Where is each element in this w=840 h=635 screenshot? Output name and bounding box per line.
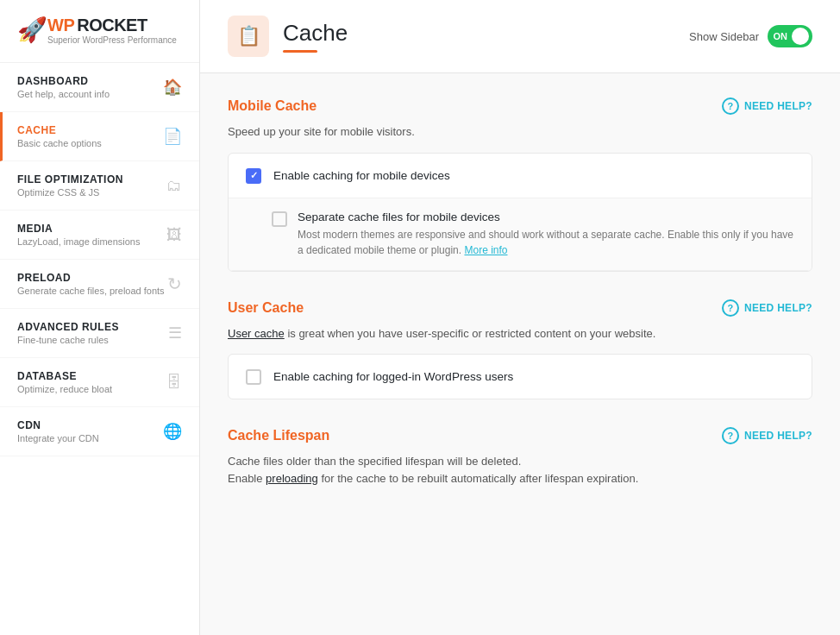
- preloading-link[interactable]: preloading: [266, 472, 318, 485]
- file-optimization-icon: 🗂: [166, 177, 182, 195]
- nav-title-dashboard: DASHBOARD: [17, 75, 110, 87]
- user-cache-need-help[interactable]: ? NEED HELP?: [722, 299, 812, 317]
- nav-title-media: MEDIA: [17, 223, 140, 235]
- rocket-icon: 🚀: [17, 18, 47, 42]
- settings-content: Mobile Cache ? NEED HELP? Speed up your …: [200, 73, 840, 635]
- nav-subtitle-media: LazyLoad, image dimensions: [17, 236, 140, 247]
- logo-words: WP ROCKET Superior WordPress Performance: [47, 16, 177, 45]
- enable-mobile-caching-row: Enable caching for mobile devices: [229, 154, 812, 198]
- page-icon: 📋: [228, 16, 269, 57]
- enable-logged-in-caching-label: Enable caching for logged-in WordPress u…: [273, 370, 513, 383]
- cache-icon: 📄: [163, 127, 182, 146]
- nav-title-cache: CACHE: [17, 124, 102, 136]
- enable-mobile-caching-checkbox[interactable]: [246, 168, 261, 184]
- user-cache-title: User Cache: [228, 300, 304, 316]
- nav-content-dashboard: DASHBOARD Get help, account info: [17, 75, 110, 99]
- page-title-area: 📋 Cache: [228, 16, 348, 57]
- page-title: Cache: [283, 20, 348, 47]
- mobile-cache-section-header: Mobile Cache ? NEED HELP?: [228, 97, 812, 115]
- separate-mobile-cache-row: Separate cache files for mobile devices …: [272, 211, 794, 258]
- sidebar-item-database[interactable]: DATABASE Optimize, reduce bloat 🗄: [0, 358, 199, 407]
- show-sidebar-label: Show Sidebar: [689, 30, 759, 43]
- preload-icon: ↻: [167, 273, 182, 294]
- sidebar-item-media[interactable]: MEDIA LazyLoad, image dimensions 🖼: [0, 211, 199, 260]
- media-icon: 🖼: [166, 226, 182, 244]
- nav-title-advanced-rules: ADVANCED RULES: [17, 321, 119, 333]
- separate-mobile-cache-note: Most modern themes are responsive and sh…: [298, 227, 794, 258]
- show-sidebar-toggle[interactable]: ON: [768, 25, 812, 47]
- help-icon-cache-lifespan: ?: [722, 427, 739, 444]
- sidebar-item-cdn[interactable]: CDN Integrate your CDN 🌐: [0, 407, 199, 456]
- page-title-block: Cache: [283, 20, 348, 53]
- cache-lifespan-need-help-label: NEED HELP?: [744, 430, 812, 442]
- toggle-knob: [792, 28, 809, 45]
- help-icon-mobile-cache: ?: [722, 97, 739, 115]
- nav-subtitle-advanced-rules: Fine-tune cache rules: [17, 335, 119, 345]
- cache-lifespan-section-header: Cache Lifespan ? NEED HELP?: [228, 427, 812, 444]
- mobile-cache-need-help[interactable]: ? NEED HELP?: [722, 97, 812, 115]
- logo-rocket: ROCKET: [77, 16, 147, 35]
- sidebar: 🚀 WP ROCKET Superior WordPress Performan…: [0, 0, 200, 635]
- logo-area: 🚀 WP ROCKET Superior WordPress Performan…: [0, 0, 199, 63]
- cache-lifespan-section: Cache Lifespan ? NEED HELP? Cache files …: [228, 427, 812, 487]
- user-cache-description: User cache is great when you have user-s…: [228, 325, 812, 343]
- nav-content-preload: PRELOAD Generate cache files, preload fo…: [17, 272, 165, 296]
- separate-mobile-cache-more-info[interactable]: More info: [464, 244, 507, 256]
- user-cache-link[interactable]: User cache: [228, 327, 285, 340]
- nav-subtitle-cache: Basic cache options: [17, 138, 102, 148]
- home-icon: 🏠: [163, 78, 182, 97]
- mobile-cache-options-card: Enable caching for mobile devices Separa…: [228, 153, 812, 272]
- nav-title-database: DATABASE: [17, 370, 112, 382]
- sidebar-item-dashboard[interactable]: DASHBOARD Get help, account info 🏠: [0, 63, 199, 112]
- mobile-cache-description: Speed up your site for mobile visitors.: [228, 123, 812, 141]
- nav-content-advanced-rules: ADVANCED RULES Fine-tune cache rules: [17, 321, 119, 345]
- mobile-cache-title: Mobile Cache: [228, 98, 317, 114]
- nav-subtitle-database: Optimize, reduce bloat: [17, 384, 112, 394]
- cache-page-icon: 📋: [237, 25, 260, 47]
- cache-lifespan-desc-1: Cache files older than the specified lif…: [228, 455, 521, 468]
- nav-content-cache: CACHE Basic cache options: [17, 124, 102, 148]
- enable-logged-in-caching-row: Enable caching for logged-in WordPress u…: [229, 355, 812, 399]
- show-sidebar-area: Show Sidebar ON: [689, 25, 812, 47]
- main-content: 📋 Cache Show Sidebar ON Mobile Cache ? N…: [200, 0, 840, 635]
- enable-mobile-caching-label: Enable caching for mobile devices: [273, 169, 450, 182]
- nav-title-file-optimization: FILE OPTIMIZATION: [17, 173, 123, 185]
- cache-lifespan-desc-3: for the cache to be rebuilt automaticall…: [321, 472, 638, 485]
- user-cache-desc-rest: is great when you have user-specific or …: [287, 327, 655, 340]
- nav-content-database: DATABASE Optimize, reduce bloat: [17, 370, 112, 394]
- separate-mobile-cache-label: Separate cache files for mobile devices: [298, 211, 794, 223]
- nav-content-cdn: CDN Integrate your CDN: [17, 419, 99, 443]
- nav-title-preload: PRELOAD: [17, 272, 165, 284]
- help-icon-user-cache: ?: [722, 299, 739, 317]
- cache-lifespan-need-help[interactable]: ? NEED HELP?: [722, 427, 812, 444]
- cache-lifespan-description: Cache files older than the specified lif…: [228, 453, 812, 487]
- database-icon: 🗄: [166, 374, 182, 392]
- logo-wp: WP: [47, 16, 74, 35]
- sidebar-item-preload[interactable]: PRELOAD Generate cache files, preload fo…: [0, 260, 199, 309]
- mobile-cache-section: Mobile Cache ? NEED HELP? Speed up your …: [228, 97, 812, 272]
- wp-rocket-logo: 🚀 WP ROCKET Superior WordPress Performan…: [17, 16, 182, 45]
- cache-lifespan-desc-2: Enable: [228, 472, 266, 485]
- cdn-icon: 🌐: [163, 422, 182, 441]
- user-cache-need-help-label: NEED HELP?: [744, 302, 812, 314]
- separate-mobile-cache-checkbox[interactable]: [272, 211, 287, 227]
- toggle-on-label: ON: [774, 31, 788, 41]
- nav-subtitle-preload: Generate cache files, preload fonts: [17, 286, 165, 296]
- advanced-rules-icon: ☰: [168, 324, 182, 343]
- sidebar-item-file-optimization[interactable]: FILE OPTIMIZATION Optimize CSS & JS 🗂: [0, 161, 199, 211]
- user-cache-options-card: Enable caching for logged-in WordPress u…: [228, 354, 812, 399]
- nav-subtitle-dashboard: Get help, account info: [17, 89, 110, 99]
- nav-title-cdn: CDN: [17, 419, 99, 431]
- page-header: 📋 Cache Show Sidebar ON: [200, 0, 840, 73]
- sidebar-item-advanced-rules[interactable]: ADVANCED RULES Fine-tune cache rules ☰: [0, 309, 199, 358]
- nav-subtitle-cdn: Integrate your CDN: [17, 433, 99, 443]
- separate-mobile-cache-sub: Separate cache files for mobile devices …: [229, 198, 812, 271]
- mobile-cache-need-help-label: NEED HELP?: [744, 100, 812, 112]
- enable-logged-in-caching-checkbox[interactable]: [246, 369, 261, 385]
- user-cache-section-header: User Cache ? NEED HELP?: [228, 299, 812, 317]
- sidebar-item-cache[interactable]: CACHE Basic cache options 📄: [0, 112, 199, 161]
- logo-tagline: Superior WordPress Performance: [47, 35, 177, 45]
- nav-content-file-optimization: FILE OPTIMIZATION Optimize CSS & JS: [17, 173, 123, 198]
- cache-lifespan-title: Cache Lifespan: [228, 428, 329, 443]
- user-cache-section: User Cache ? NEED HELP? User cache is gr…: [228, 299, 812, 400]
